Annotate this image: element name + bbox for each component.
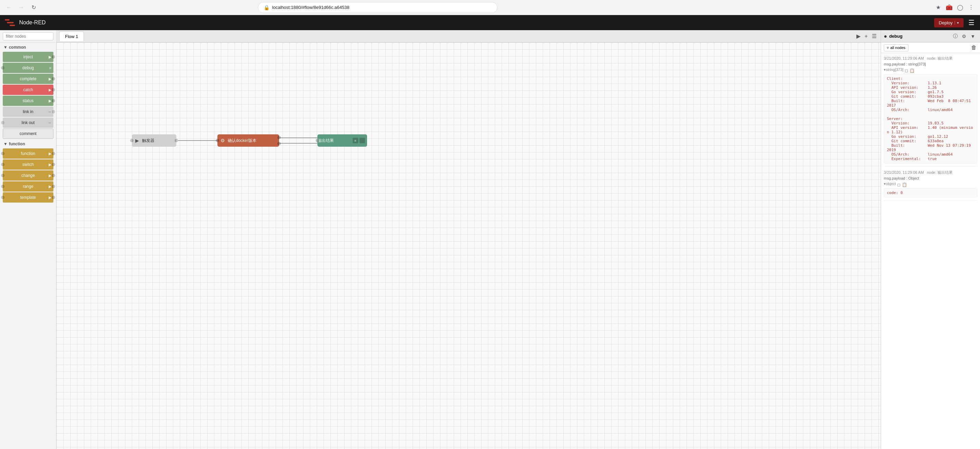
debug-label: debug (3, 66, 53, 70)
debug-msg-2-header: 3/21/2020, 11:29:06 AM node: 输出结果 (884, 170, 977, 175)
url-text: localhost:1880/#flow/8e91d66c.a64538 (272, 5, 492, 10)
filter-icon: ▿ (887, 46, 889, 50)
flow-node-confirm[interactable]: ⚙ 确认docker版本 (218, 134, 279, 147)
link-in-port-right (52, 110, 55, 113)
node-item-status[interactable]: status ▶ (3, 96, 53, 106)
debug-msg-1-collapse[interactable]: ▾string[373] (884, 67, 903, 72)
debug-info-button[interactable]: ⓘ (951, 32, 960, 40)
debug-port-left (1, 66, 5, 70)
output-port-left (316, 139, 319, 142)
flow-node-output[interactable]: 输出结果 ≡ (317, 134, 367, 147)
back-button[interactable]: ← (4, 3, 14, 12)
link-out-port-left (1, 121, 5, 125)
change-icon-right: ▶ (49, 173, 51, 178)
node-item-debug[interactable]: debug ≡ (3, 63, 53, 73)
add-flow-button[interactable]: + (863, 32, 869, 41)
tab-flow1-label: Flow 1 (65, 34, 78, 39)
node-item-range[interactable]: range ▶ (3, 181, 53, 192)
range-port-right (52, 185, 55, 188)
debug-msg-2-payload-type: msg.payload : Object (884, 176, 977, 180)
flow-list-button[interactable]: ☰ (870, 32, 878, 41)
function-label: function (3, 151, 53, 156)
chrome-menu-button[interactable]: ⋮ (966, 3, 976, 12)
switch-icon-right: ▶ (49, 163, 51, 167)
change-port-right (52, 174, 55, 177)
debug-msg-2-timestamp: 3/21/2020, 11:29:06 AM (884, 170, 924, 174)
change-port-left (1, 174, 5, 177)
chevron-down-icon: ▼ (3, 45, 8, 50)
section-header-common[interactable]: ▼ common (0, 43, 56, 51)
debug-panel: ● debug ⓘ ⚙ ▼ ▿ all nodes 🗑 3/21/2020, 1… (881, 30, 980, 449)
flow-canvas[interactable]: ▶ 触发器 ⚙ 确认docker版本 输出结果 ≡ (57, 43, 881, 449)
switch-label: switch (3, 162, 53, 167)
status-icon-right: ▶ (49, 99, 51, 103)
complete-label: complete (3, 77, 53, 81)
confirm-port-right-top (277, 136, 281, 139)
node-item-complete[interactable]: complete ▶ (3, 74, 53, 84)
section-label-function: function (9, 142, 25, 146)
node-item-link-out[interactable]: link out → (3, 118, 53, 128)
canvas-tab-actions: ▶ + ☰ (855, 32, 878, 41)
debug-clear-button[interactable]: 🗑 (970, 44, 977, 51)
flow-connections (57, 43, 881, 449)
flow-node-trigger[interactable]: ▶ 触发器 (132, 134, 177, 147)
sidebar-section-function: ▼ function function ▶ switch ▶ (0, 139, 56, 203)
debug-msg-2-content: code: 0 (884, 188, 977, 197)
debug-msg-2-expand-btn[interactable]: ◻ (897, 182, 900, 187)
link-in-icon-right: → (48, 110, 51, 114)
debug-msg-1-copy-btn[interactable]: 📋 (910, 68, 915, 73)
debug-settings-button[interactable]: ⚙ (960, 33, 968, 40)
tab-flow1[interactable]: Flow 1 (59, 32, 84, 41)
debug-msg-2-collapse[interactable]: ▾object (884, 182, 896, 186)
status-label: status (3, 98, 53, 103)
deploy-button[interactable]: Deploy ▾ (934, 18, 964, 27)
hamburger-button[interactable]: ☰ (967, 17, 976, 28)
debug-msg-1-expand-btn[interactable]: ◻ (905, 68, 908, 73)
reload-button[interactable]: ↻ (29, 3, 38, 12)
topbar-logo: Node-RED (4, 18, 46, 27)
debug-filter-bar: ▿ all nodes 🗑 (881, 43, 980, 53)
filter-label: all nodes (890, 46, 905, 50)
function-port-right (52, 152, 55, 155)
template-label: template (3, 195, 53, 200)
canvas-area: Flow 1 ▶ + ☰ (57, 30, 881, 449)
node-item-link-in[interactable]: link in → (3, 107, 53, 117)
template-port-right (52, 196, 55, 199)
forward-button[interactable]: → (16, 3, 26, 12)
trigger-port-left (130, 139, 134, 142)
range-label: range (3, 184, 53, 189)
range-icon-right: ▶ (49, 184, 51, 189)
debug-msg-2-copy-btn[interactable]: 📋 (902, 182, 907, 187)
function-icon-right: ▶ (49, 152, 51, 156)
debug-message-2: 3/21/2020, 11:29:06 AM node: 输出结果 msg.pa… (884, 170, 977, 200)
svg-rect-1 (7, 22, 14, 23)
node-item-function[interactable]: function ▶ (3, 149, 53, 159)
topbar: Node-RED Deploy ▾ ☰ (0, 15, 980, 30)
node-item-switch[interactable]: switch ▶ (3, 159, 53, 170)
node-item-template[interactable]: template ▶ (3, 192, 53, 203)
node-item-catch[interactable]: catch ▶ (3, 85, 53, 95)
bookmark-button[interactable]: ★ (934, 3, 943, 12)
filter-all-nodes-button[interactable]: ▿ all nodes (884, 44, 908, 51)
node-item-inject[interactable]: inject ▶ (3, 52, 53, 62)
node-item-change[interactable]: change ▶ (3, 170, 53, 181)
address-bar[interactable]: 🔒 localhost:1880/#flow/8e91d66c.a64538 (258, 2, 498, 13)
debug-msg-2-node: node: 输出结果 (927, 170, 953, 174)
filter-nodes-input[interactable] (3, 32, 53, 40)
svg-rect-0 (5, 19, 10, 21)
debug-msg-2-action-row: ▾object ◻ 📋 (884, 182, 977, 187)
filter-nodes-container (0, 30, 56, 43)
switch-port-left (1, 163, 5, 166)
catch-label: catch (3, 88, 53, 92)
debug-msg-1-action-row: ▾string[373] ◻ 📋 (884, 67, 977, 74)
node-item-comment[interactable]: comment (3, 129, 53, 139)
extensions-button[interactable]: 🧰 (944, 3, 954, 12)
browser-chrome: ← → ↻ 🔒 localhost:1880/#flow/8e91d66c.a6… (0, 0, 980, 15)
debug-msg-1-payload-type: msg.payload : string[373] (884, 62, 977, 66)
profile-button[interactable]: ◯ (955, 3, 965, 12)
debug-collapse-button[interactable]: ▼ (968, 33, 977, 40)
run-flow-button[interactable]: ▶ (855, 32, 862, 41)
section-header-function[interactable]: ▼ function (0, 139, 56, 148)
debug-panel-icon: ● (884, 33, 887, 40)
debug-message-1: 3/21/2020, 11:29:06 AM node: 输出结果 msg.pa… (884, 56, 977, 166)
